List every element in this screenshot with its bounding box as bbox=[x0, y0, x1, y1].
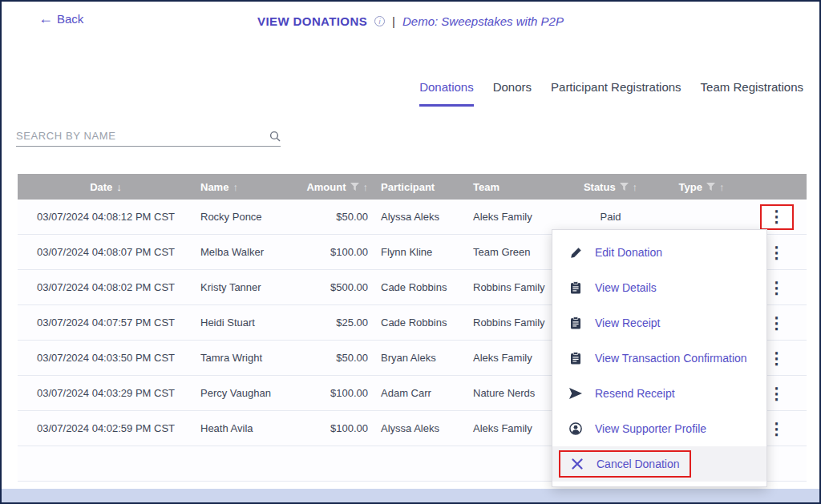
menu-item-label: View Receipt bbox=[595, 317, 660, 329]
sort-desc-icon: ↓ bbox=[116, 181, 122, 193]
kebab-menu-icon[interactable]: ⋮ bbox=[769, 315, 785, 331]
kebab-menu-icon[interactable]: ⋮ bbox=[769, 208, 785, 224]
cell-amount: $25.00 bbox=[302, 317, 374, 329]
annotation-red-box: ⋮ bbox=[760, 204, 794, 230]
clipboard-icon bbox=[568, 281, 583, 294]
cell-status: Paid bbox=[564, 211, 657, 223]
menu-item-edit-donation[interactable]: Edit Donation bbox=[552, 235, 766, 270]
menu-item-resend-receipt[interactable]: Resend Receipt bbox=[552, 376, 766, 411]
cell-date: 03/07/2024 04:08:07 PM CST bbox=[18, 246, 194, 258]
menu-item-label: Edit Donation bbox=[595, 246, 662, 259]
column-header-name[interactable]: Name↑ bbox=[194, 181, 302, 193]
cell-amount: $500.00 bbox=[302, 281, 374, 293]
sort-asc-icon: ↑ bbox=[363, 181, 369, 193]
cell-participant: Cade Robbins bbox=[374, 281, 467, 293]
filter-icon[interactable] bbox=[350, 183, 359, 191]
cell-participant: Adam Carr bbox=[374, 387, 467, 399]
kebab-menu-icon[interactable]: ⋮ bbox=[769, 385, 785, 401]
menu-item-label: View Details bbox=[595, 281, 657, 294]
kebab-menu-icon[interactable]: ⋮ bbox=[769, 280, 785, 296]
cell-team: Robbins Family bbox=[467, 281, 564, 293]
x-icon bbox=[570, 458, 584, 470]
cell-name: Heath Avila bbox=[194, 422, 302, 434]
send-icon bbox=[568, 388, 583, 399]
bottom-bar bbox=[2, 489, 819, 502]
cell-participant: Bryan Aleks bbox=[374, 352, 467, 364]
column-header-status[interactable]: Status ↑ bbox=[564, 181, 657, 193]
cell-team: Nature Nerds bbox=[467, 387, 564, 399]
filter-icon[interactable] bbox=[706, 183, 715, 191]
person-icon bbox=[568, 422, 583, 435]
cell-amount: $100.00 bbox=[302, 387, 374, 399]
table-header-row: Date↓ Name↑ Amount ↑ Participant Team St… bbox=[18, 174, 807, 200]
info-icon[interactable]: i bbox=[374, 16, 385, 26]
cell-team: Robbins Family bbox=[467, 317, 564, 329]
tab-donors[interactable]: Donors bbox=[493, 80, 532, 107]
cell-date: 03/07/2024 04:08:12 PM CST bbox=[18, 211, 194, 223]
page-title: VIEW DONATIONS bbox=[257, 14, 367, 28]
menu-item-label: View Supporter Profile bbox=[595, 422, 706, 435]
title-separator: | bbox=[392, 14, 395, 28]
tab-team-registrations[interactable]: Team Registrations bbox=[701, 80, 803, 107]
cell-name: Rocky Ponce bbox=[194, 211, 302, 223]
cell-team: Aleks Family bbox=[467, 422, 564, 434]
annotation-red-box: Cancel Donation bbox=[559, 450, 691, 478]
filter-icon[interactable] bbox=[620, 183, 629, 191]
row-actions-menu: Edit Donation View Details View Receipt … bbox=[552, 229, 767, 487]
column-header-type[interactable]: Type ↑ bbox=[657, 181, 746, 193]
cell-date: 03/07/2024 04:03:29 PM CST bbox=[18, 387, 194, 399]
column-header-date[interactable]: Date↓ bbox=[18, 181, 194, 193]
menu-item-label: Resend Receipt bbox=[595, 387, 675, 400]
kebab-menu-icon[interactable]: ⋮ bbox=[769, 350, 785, 366]
cell-team: Aleks Family bbox=[467, 211, 564, 223]
cell-team: Team Green bbox=[467, 246, 564, 258]
pencil-icon bbox=[568, 247, 583, 259]
cell-date: 03/07/2024 04:08:02 PM CST bbox=[18, 281, 194, 293]
cell-name: Melba Walker bbox=[194, 246, 302, 258]
view-donations-page: ← Back VIEW DONATIONS i | Demo: Sweepsta… bbox=[0, 0, 821, 504]
cell-participant: Flynn Kline bbox=[374, 246, 467, 258]
campaign-name: Demo: Sweepstakes with P2P bbox=[402, 14, 564, 28]
cell-amount: $50.00 bbox=[302, 211, 374, 223]
sort-asc-icon: ↑ bbox=[633, 181, 638, 193]
column-header-amount[interactable]: Amount ↑ bbox=[302, 181, 374, 193]
cell-participant: Alyssa Aleks bbox=[374, 211, 467, 223]
kebab-menu-icon[interactable]: ⋮ bbox=[769, 421, 785, 437]
tab-bar: Donations Donors Participant Registratio… bbox=[419, 80, 803, 107]
column-header-team[interactable]: Team bbox=[467, 181, 564, 193]
menu-item-view-supporter-profile[interactable]: View Supporter Profile bbox=[552, 411, 766, 446]
cell-date: 03/07/2024 04:07:57 PM CST bbox=[18, 317, 194, 329]
cell-team: Aleks Family bbox=[467, 352, 564, 364]
menu-item-view-details[interactable]: View Details bbox=[552, 270, 766, 305]
cell-date: 03/07/2024 04:03:50 PM CST bbox=[18, 352, 194, 364]
tab-donations[interactable]: Donations bbox=[419, 80, 474, 107]
clipboard-icon bbox=[568, 352, 583, 365]
menu-item-label: View Transaction Confirmation bbox=[595, 352, 747, 365]
cell-amount: $100.00 bbox=[302, 422, 374, 434]
cell-name: Kristy Tanner bbox=[194, 281, 302, 293]
sort-asc-icon: ↑ bbox=[233, 181, 238, 193]
cell-participant: Alyssa Aleks bbox=[374, 422, 467, 434]
cell-name: Heidi Stuart bbox=[194, 317, 302, 329]
cell-amount: $50.00 bbox=[302, 352, 374, 364]
search-icon[interactable] bbox=[269, 131, 281, 142]
cell-amount: $100.00 bbox=[302, 246, 374, 258]
menu-item-label: Cancel Donation bbox=[597, 458, 680, 470]
column-header-participant[interactable]: Participant bbox=[374, 181, 467, 193]
tab-participant-registrations[interactable]: Participant Registrations bbox=[551, 80, 681, 107]
cell-name: Percy Vaughan bbox=[194, 387, 302, 399]
search-field bbox=[16, 130, 281, 147]
sort-asc-icon: ↑ bbox=[719, 181, 725, 193]
menu-item-view-transaction-confirmation[interactable]: View Transaction Confirmation bbox=[552, 341, 766, 376]
search-input[interactable] bbox=[16, 130, 269, 142]
kebab-menu-icon[interactable]: ⋮ bbox=[769, 244, 785, 260]
page-header: VIEW DONATIONS i | Demo: Sweepstakes wit… bbox=[2, 14, 819, 28]
menu-item-cancel-donation[interactable]: Cancel Donation bbox=[552, 446, 766, 482]
cell-date: 03/07/2024 04:02:59 PM CST bbox=[18, 422, 194, 434]
cell-name: Tamra Wright bbox=[194, 352, 302, 364]
clipboard-icon bbox=[568, 317, 583, 329]
menu-item-view-receipt[interactable]: View Receipt bbox=[552, 305, 766, 341]
cell-participant: Cade Robbins bbox=[374, 317, 467, 329]
